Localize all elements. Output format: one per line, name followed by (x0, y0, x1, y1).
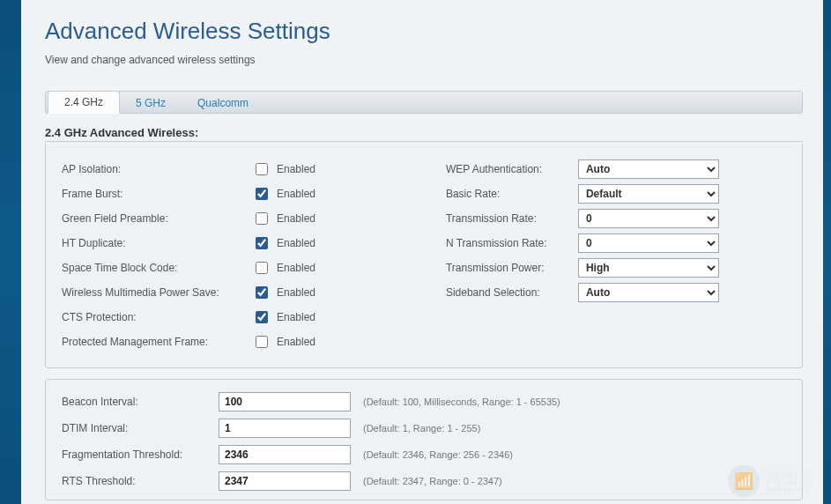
checkbox-ap-isolation[interactable] (256, 163, 268, 175)
section-divider (45, 141, 803, 142)
row-ap-isolation: AP Isolation: Enabled (62, 159, 419, 179)
hint-frag-threshold: (Default: 2346, Range: 256 - 2346) (363, 449, 513, 460)
checkbox-frame-burst[interactable] (256, 188, 268, 200)
row-beacon-interval: Beacon Interval: (Default: 100, Millisec… (62, 389, 786, 415)
row-dtim-interval: DTIM Interval: (Default: 1, Range: 1 - 2… (62, 415, 786, 441)
select-wep-auth[interactable]: Auto (578, 159, 719, 179)
row-green-field: Green Field Preamble: Enabled (62, 209, 419, 228)
row-wmm-power-save: Wireless Multimedia Power Save: Enabled (62, 283, 419, 302)
tabs-bar: 2.4 GHz 5 GHz Qualcomm (45, 91, 803, 114)
hint-dtim-interval: (Default: 1, Range: 1 - 255) (363, 423, 480, 434)
row-n-tx-rate: N Transmission Rate: 0 (446, 233, 786, 253)
label-tx-rate: Transmission Rate: (446, 212, 578, 225)
label-dtim-interval: DTIM Interval: (62, 422, 219, 434)
label-cts-protection: CTS Protection: (62, 311, 256, 323)
label-ht-duplicate: HT Duplicate: (62, 237, 256, 249)
row-tx-power: Transmission Power: High (446, 258, 786, 278)
label-wmm-power-save: Wireless Multimedia Power Save: (62, 286, 256, 299)
page-title: Advanced Wireless Settings (45, 18, 823, 45)
checkbox-label: Enabled (277, 212, 315, 225)
label-frame-burst: Frame Burst: (62, 188, 256, 200)
section-title: 2.4 GHz Advanced Wireless: (45, 126, 823, 139)
checkbox-stbc[interactable] (256, 262, 268, 274)
label-rts-threshold: RTS Threshold: (62, 475, 219, 487)
checkbox-label: Enabled (277, 336, 315, 348)
checkbox-green-field[interactable] (256, 212, 268, 225)
advanced-wireless-panel: AP Isolation: Enabled Frame Burst: Enabl… (45, 144, 803, 368)
checkbox-ht-duplicate[interactable] (256, 237, 268, 249)
label-beacon-interval: Beacon Interval: (62, 396, 219, 408)
select-tx-rate[interactable]: 0 (578, 209, 719, 228)
tab-5ghz[interactable]: 5 GHz (120, 93, 182, 114)
row-wep-auth: WEP Authentication: Auto (446, 159, 786, 179)
input-frag-threshold[interactable] (219, 445, 351, 464)
checkbox-label: Enabled (277, 237, 315, 249)
tab-qualcomm[interactable]: Qualcomm (182, 93, 264, 114)
label-pmf: Protected Management Frame: (62, 336, 256, 348)
hint-rts-threshold: (Default: 2347, Range: 0 - 2347) (363, 476, 502, 486)
checkbox-label: Enabled (277, 286, 315, 299)
select-tx-power[interactable]: High (578, 258, 719, 278)
row-stbc: Space Time Block Code: Enabled (62, 258, 419, 278)
row-tx-rate: Transmission Rate: 0 (446, 209, 786, 228)
input-rts-threshold[interactable] (219, 471, 351, 491)
label-stbc: Space Time Block Code: (62, 262, 256, 274)
hint-beacon-interval: (Default: 100, Milliseconds, Range: 1 - … (363, 397, 560, 407)
checkbox-label: Enabled (277, 262, 315, 274)
select-n-tx-rate[interactable]: 0 (578, 233, 719, 253)
select-sideband[interactable]: Auto (578, 283, 719, 302)
checkbox-wmm-power-save[interactable] (256, 286, 268, 299)
select-basic-rate[interactable]: Default (578, 184, 719, 204)
row-rts-threshold: RTS Threshold: (Default: 2347, Range: 0 … (62, 468, 786, 494)
row-frag-threshold: Fragmentation Threshold: (Default: 2346,… (62, 441, 786, 468)
page-subtitle: View and change advanced wireless settin… (45, 54, 823, 66)
label-wep-auth: WEP Authentication: (446, 163, 578, 175)
checkbox-label: Enabled (277, 163, 315, 175)
row-basic-rate: Basic Rate: Default (446, 184, 786, 204)
checkbox-label: Enabled (277, 188, 315, 200)
checkbox-column: AP Isolation: Enabled Frame Burst: Enabl… (62, 159, 419, 352)
label-ap-isolation: AP Isolation: (62, 163, 256, 175)
label-n-tx-rate: N Transmission Rate: (446, 237, 578, 249)
checkbox-label: Enabled (277, 311, 315, 323)
tab-24ghz[interactable]: 2.4 GHz (48, 91, 120, 114)
numeric-fields-panel: Beacon Interval: (Default: 100, Millisec… (45, 379, 803, 500)
label-sideband: Sideband Selection: (446, 286, 578, 299)
checkbox-pmf[interactable] (256, 336, 268, 348)
label-frag-threshold: Fragmentation Threshold: (62, 448, 219, 461)
checkbox-cts-protection[interactable] (256, 311, 268, 323)
label-green-field: Green Field Preamble: (62, 212, 256, 225)
label-basic-rate: Basic Rate: (446, 188, 578, 200)
row-ht-duplicate: HT Duplicate: Enabled (62, 233, 419, 253)
row-frame-burst: Frame Burst: Enabled (62, 184, 419, 204)
input-dtim-interval[interactable] (219, 419, 351, 438)
page-container: Advanced Wireless Settings View and chan… (21, 0, 823, 504)
row-sideband: Sideband Selection: Auto (446, 283, 786, 302)
row-cts-protection: CTS Protection: Enabled (62, 308, 419, 327)
dropdown-column: WEP Authentication: Auto Basic Rate: Def… (446, 159, 786, 352)
row-pmf: Protected Management Frame: Enabled (62, 332, 419, 352)
label-tx-power: Transmission Power: (446, 262, 578, 274)
input-beacon-interval[interactable] (219, 392, 351, 411)
